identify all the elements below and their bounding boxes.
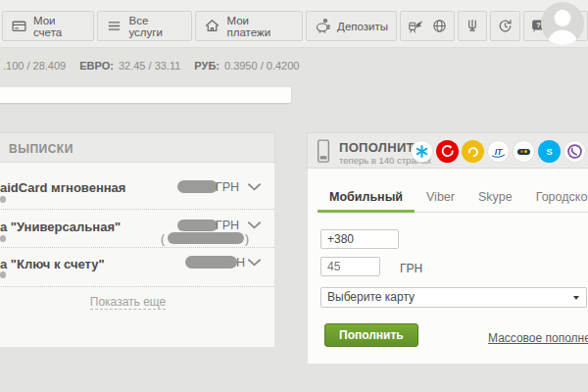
phone-number-input[interactable]: [320, 229, 399, 249]
card-select[interactable]: Выберите карту: [320, 287, 587, 308]
menu-list-icon: [106, 18, 122, 34]
lifecell-logo-icon: [462, 140, 484, 163]
masked-amount: [177, 220, 218, 231]
tab-my-accounts[interactable]: Мои счета: [2, 11, 94, 41]
topup-tabs: Мобильный Viber Skype Городской: [318, 184, 588, 213]
currency-label: ГРН: [216, 180, 239, 194]
row-divider: [0, 286, 274, 287]
history-button[interactable]: [490, 11, 520, 41]
currency-label: ГРН: [216, 219, 239, 232]
operator-logos: IT S: [411, 140, 586, 163]
card-number-fragment: [0, 196, 6, 203]
statements-header: ВЫПИСКИ: [0, 132, 275, 163]
tab-deposits[interactable]: Депозиты: [306, 11, 397, 41]
card-name: a "Универсальная": [0, 220, 121, 234]
rub-rate: 0.3950 / 0.4200: [224, 60, 299, 72]
trident-icon: [465, 18, 480, 34]
tab-mobile[interactable]: Мобильный: [318, 184, 415, 213]
tab-viber[interactable]: Viber: [415, 184, 466, 213]
statements-panel: aidCard мгновенная ГРН a "Универсальная"…: [0, 163, 275, 348]
currency-rates: .100 / 28.409ЕВРО:32.45 / 33.11РУБ:0.395…: [3, 60, 299, 72]
uah-rate-fragment: .100 / 28.409: [3, 60, 66, 72]
rub-label: РУБ:: [194, 60, 220, 72]
search-input[interactable]: [0, 87, 291, 103]
topup-panel: Мобильный Viber Skype Городской ГРН Выбе…: [307, 169, 588, 365]
card-select-value: Выберите карту: [327, 290, 415, 304]
tab-label: Депозиты: [337, 21, 388, 32]
card-number-fragment: [0, 235, 6, 242]
top-toolbar-strip: Мои счета Все услуги Мои платежи Депозит…: [0, 0, 588, 48]
masked-credit-limit: [168, 232, 244, 244]
row-divider: [0, 247, 274, 248]
amount-currency-label: ГРН: [400, 262, 422, 275]
viber-logo-icon: [564, 140, 586, 163]
travel-button[interactable]: [400, 11, 455, 41]
masked-amount: [185, 256, 237, 269]
topup-header: ПОПОЛНИТЬ теперь в 140 странах IT S: [307, 132, 588, 169]
bulk-topup-link[interactable]: Массовое пополнение: [488, 331, 588, 345]
page: Мои счета Все услуги Мои платежи Депозит…: [0, 0, 588, 392]
train-plane-icon: [407, 18, 425, 34]
history-clock-icon: [497, 18, 514, 34]
tab-landline[interactable]: Городской: [524, 184, 588, 213]
tab-label: Все услуги: [128, 15, 183, 38]
card-name: aidCard мгновенная: [0, 180, 125, 195]
card-number-fragment: [0, 271, 6, 278]
skype-logo-icon: S: [538, 140, 561, 163]
tab-skype[interactable]: Skype: [466, 184, 524, 213]
row-divider: [0, 209, 274, 210]
tab-my-payments[interactable]: Мои платежи: [195, 11, 303, 41]
home-icon: [204, 18, 220, 34]
masked-amount: [177, 180, 218, 193]
paren-close: ): [245, 232, 249, 246]
chevron-down-icon[interactable]: [248, 259, 261, 267]
user-avatar[interactable]: [541, 2, 584, 45]
svg-text:IT: IT: [495, 147, 503, 157]
show-more-link[interactable]: Показать еще: [90, 295, 166, 310]
svg-text:S: S: [546, 147, 552, 157]
eur-rate: 32.45 / 33.11: [119, 60, 180, 72]
tab-label: Мои счета: [33, 15, 85, 38]
amount-input[interactable]: [320, 257, 380, 276]
eur-label: ЕВРО:: [79, 60, 114, 72]
tab-label: Мои платежи: [226, 15, 294, 38]
dropdown-arrow-icon: [573, 296, 579, 300]
paren-open: (: [161, 232, 165, 246]
credit-card-icon: [11, 18, 27, 34]
mobile-phone-icon: [316, 138, 331, 165]
main-toolbar: Мои счета Все услуги Мои платежи Депозит…: [2, 11, 588, 41]
chevron-down-icon[interactable]: [248, 183, 261, 191]
globe-icon: [431, 18, 448, 34]
topup-submit-button[interactable]: Пополнить: [324, 323, 418, 347]
piggy-bank-icon: [315, 18, 331, 34]
statements-title: ВЫПИСКИ: [9, 142, 74, 156]
vodafone-logo-icon: [436, 140, 459, 163]
kyivstar-logo-icon: [411, 140, 433, 163]
3mob-logo-icon: [513, 140, 535, 163]
currency-label: Н: [236, 256, 245, 270]
tab-all-services[interactable]: Все услуги: [97, 11, 192, 41]
trident-button[interactable]: [458, 11, 487, 41]
intertelecom-logo-icon: IT: [487, 140, 510, 163]
chevron-down-icon[interactable]: [248, 221, 261, 229]
card-name: a "Ключ к счету": [0, 257, 105, 271]
